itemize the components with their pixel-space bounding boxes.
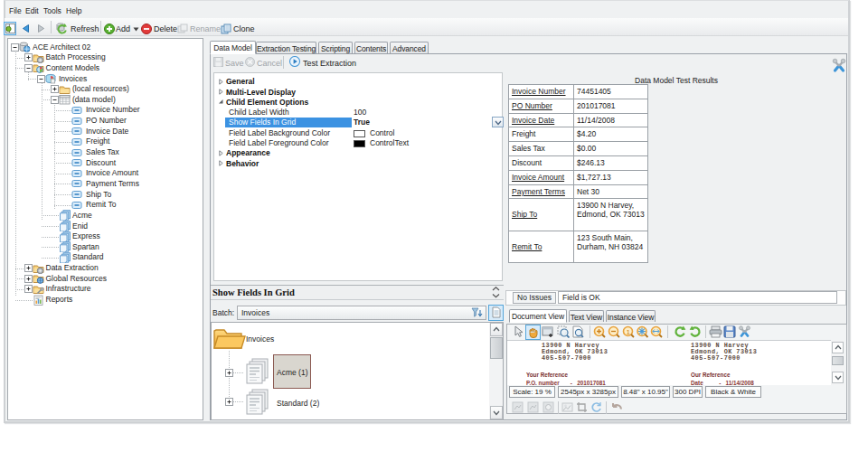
svg-text:1: 1	[627, 328, 631, 336]
